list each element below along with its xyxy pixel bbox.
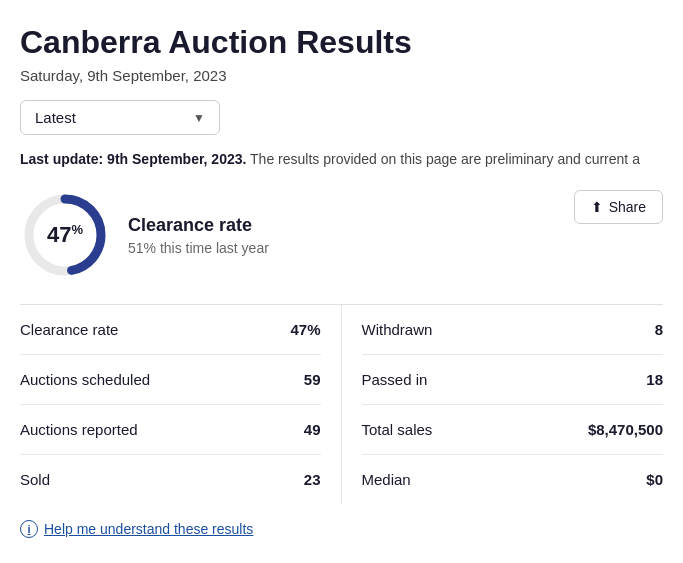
- share-icon: ⬆: [591, 199, 603, 215]
- dropdown-selected: Latest: [35, 109, 76, 126]
- stat-label: Auctions reported: [20, 421, 138, 438]
- stat-label: Passed in: [362, 371, 428, 388]
- stat-value: 49: [304, 421, 321, 438]
- table-row: Clearance rate 47%: [20, 305, 321, 355]
- stats-left-column: Clearance rate 47% Auctions scheduled 59…: [20, 305, 342, 504]
- stat-label: Auctions scheduled: [20, 371, 150, 388]
- share-label: Share: [609, 199, 646, 215]
- info-icon: i: [20, 520, 38, 538]
- clearance-label: Clearance rate: [128, 215, 269, 236]
- stats-grid: Clearance rate 47% Auctions scheduled 59…: [20, 304, 663, 504]
- clearance-comparison: 51% this time last year: [128, 240, 269, 256]
- stats-right-column: Withdrawn 8 Passed in 18 Total sales $8,…: [342, 305, 664, 504]
- stat-label: Sold: [20, 471, 50, 488]
- share-button[interactable]: ⬆ Share: [574, 190, 663, 224]
- table-row: Median $0: [362, 455, 664, 504]
- stat-value: $0: [646, 471, 663, 488]
- stat-value: 59: [304, 371, 321, 388]
- stat-value: $8,470,500: [588, 421, 663, 438]
- help-link-label: Help me understand these results: [44, 521, 253, 537]
- date-dropdown[interactable]: Latest ▼: [20, 100, 220, 135]
- page-title: Canberra Auction Results: [20, 24, 663, 61]
- stat-label: Median: [362, 471, 411, 488]
- stat-label: Clearance rate: [20, 321, 118, 338]
- stat-label: Withdrawn: [362, 321, 433, 338]
- chevron-down-icon: ▼: [193, 111, 205, 125]
- stat-value: 18: [646, 371, 663, 388]
- clearance-text: Clearance rate 51% this time last year: [128, 215, 269, 256]
- table-row: Auctions scheduled 59: [20, 355, 321, 405]
- table-row: Total sales $8,470,500: [362, 405, 664, 455]
- last-update-text: Last update: 9th September, 2023. The re…: [20, 149, 663, 170]
- table-row: Auctions reported 49: [20, 405, 321, 455]
- table-row: Withdrawn 8: [362, 305, 664, 355]
- clearance-donut: 47%: [20, 190, 110, 280]
- stat-label: Total sales: [362, 421, 433, 438]
- clearance-rate-value: 47%: [47, 222, 83, 248]
- stat-value: 23: [304, 471, 321, 488]
- clearance-section: 47% Clearance rate 51% this time last ye…: [20, 190, 663, 280]
- stat-value: 8: [655, 321, 663, 338]
- stat-value: 47%: [290, 321, 320, 338]
- help-link[interactable]: i Help me understand these results: [20, 520, 663, 538]
- table-row: Sold 23: [20, 455, 321, 504]
- table-row: Passed in 18: [362, 355, 664, 405]
- page-subtitle: Saturday, 9th September, 2023: [20, 67, 663, 84]
